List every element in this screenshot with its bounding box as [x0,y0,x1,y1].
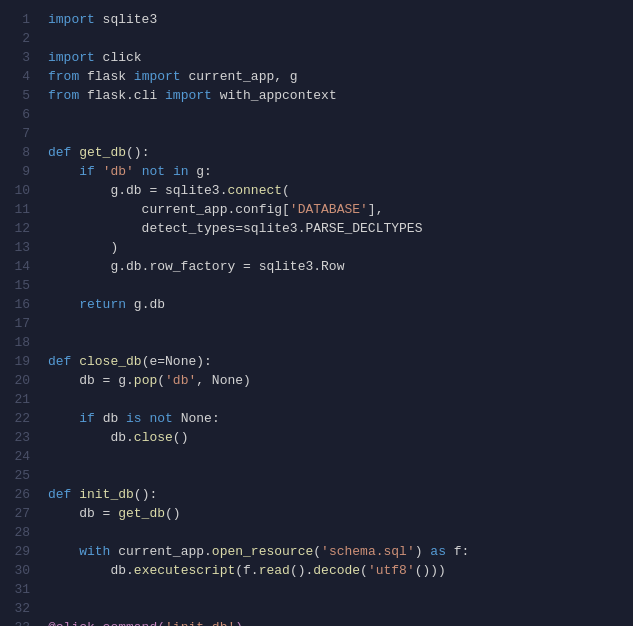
line-number: 15 [0,276,30,295]
code-line: db = get_db() [48,504,623,523]
code-line: if db is not None: [48,409,623,428]
code-line [48,105,623,124]
scrollbar[interactable] [623,0,633,626]
code-line [48,124,623,143]
code-line [48,466,623,485]
code-line: db.executescript(f.read().decode('utf8'(… [48,561,623,580]
code-line: detect_types=sqlite3.PARSE_DECLTYPES [48,219,623,238]
line-number: 19 [0,352,30,371]
code-line: import click [48,48,623,67]
code-line: @click.command('init-db') [48,618,623,626]
code-line [48,523,623,542]
line-number: 6 [0,105,30,124]
code-line: current_app.config['DATABASE'], [48,200,623,219]
line-number: 22 [0,409,30,428]
line-number: 26 [0,485,30,504]
line-number: 31 [0,580,30,599]
line-number: 24 [0,447,30,466]
line-number: 17 [0,314,30,333]
code-line: ) [48,238,623,257]
code-line [48,390,623,409]
code-line [48,29,623,48]
code-line [48,599,623,618]
line-number: 9 [0,162,30,181]
line-number: 3 [0,48,30,67]
line-number: 4 [0,67,30,86]
code-area: import sqlite3 import clickfrom flask im… [38,0,623,626]
line-numbers: 1234567891011121314151617181920212223242… [0,0,38,626]
code-line: def close_db(e=None): [48,352,623,371]
line-number: 13 [0,238,30,257]
code-line [48,333,623,352]
code-line: g.db = sqlite3.connect( [48,181,623,200]
line-number: 2 [0,29,30,48]
code-line: g.db.row_factory = sqlite3.Row [48,257,623,276]
line-number: 33 [0,618,30,626]
code-line: return g.db [48,295,623,314]
line-number: 25 [0,466,30,485]
code-line: from flask.cli import with_appcontext [48,86,623,105]
line-number: 29 [0,542,30,561]
line-number: 10 [0,181,30,200]
code-line: db.close() [48,428,623,447]
line-number: 8 [0,143,30,162]
line-number: 1 [0,10,30,29]
line-number: 27 [0,504,30,523]
line-number: 14 [0,257,30,276]
line-number: 16 [0,295,30,314]
line-number: 30 [0,561,30,580]
code-line: db = g.pop('db', None) [48,371,623,390]
code-line: from flask import current_app, g [48,67,623,86]
code-line: import sqlite3 [48,10,623,29]
code-line: with current_app.open_resource('schema.s… [48,542,623,561]
line-number: 28 [0,523,30,542]
line-number: 21 [0,390,30,409]
line-number: 18 [0,333,30,352]
line-number: 23 [0,428,30,447]
line-number: 11 [0,200,30,219]
line-number: 5 [0,86,30,105]
line-number: 7 [0,124,30,143]
code-line: if 'db' not in g: [48,162,623,181]
line-number: 32 [0,599,30,618]
code-line: def init_db(): [48,485,623,504]
line-number: 20 [0,371,30,390]
line-number: 12 [0,219,30,238]
code-line [48,276,623,295]
code-line [48,447,623,466]
code-line: def get_db(): [48,143,623,162]
code-line [48,580,623,599]
code-line [48,314,623,333]
